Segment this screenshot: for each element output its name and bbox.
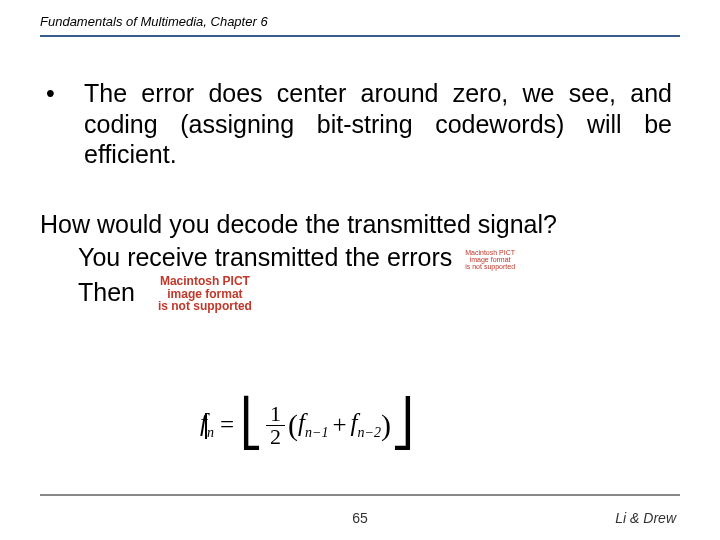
fraction-numerator: 1 [266,403,285,426]
formula-term2: fn−2 [351,409,381,441]
pict-error-icon: Macintosh PICT image format is not suppo… [465,249,515,271]
equals-sign: = [220,411,234,439]
formula: fn = ⎣ 1 2 ( fn−1 + fn−2 ) ⎦ [200,398,414,452]
formula-term1-sub: n−1 [305,425,328,440]
plus-sign: + [332,411,346,439]
formula-term1-var: f [298,409,305,436]
right-floor-bracket-icon: ⎦ [391,396,414,450]
pict-error-icon: Macintosh PICT image format is not suppo… [158,275,252,313]
chapter-header-text: Fundamentals of Multimedia, Chapter 6 [40,14,268,29]
bullet-marker: • [40,78,84,170]
slide: Fundamentals of Multimedia, Chapter 6 • … [0,0,720,540]
fraction-denominator: 2 [266,426,285,448]
formula-term1: fn−1 [298,409,328,441]
chapter-header: Fundamentals of Multimedia, Chapter 6 [40,14,680,37]
authors: Li & Drew [615,510,676,526]
question-line-1: How would you decode the transmitted sig… [40,208,672,242]
strike-icon [205,413,207,439]
question-line-3-text: Then [78,278,135,306]
left-floor-bracket-icon: ⎣ [240,396,263,450]
slide-body: • The error does center around zero, we … [40,78,672,313]
page-number: 65 [0,510,720,526]
question-line-2: You receive transmitted the errors Macin… [78,241,672,275]
left-paren-icon: ( [288,408,298,442]
bullet-text: The error does center around zero, we se… [84,78,672,170]
formula-lhs-sub: n [207,425,214,440]
question-block: How would you decode the transmitted sig… [40,208,672,313]
right-paren-icon: ) [381,408,391,442]
formula-lhs: fn [200,409,214,441]
question-line-2-text: You receive transmitted the errors [78,243,452,271]
formula-term2-sub: n−2 [358,425,381,440]
question-line-3: Then Macintosh PICT image format is not … [78,275,672,313]
formula-term2-var: f [351,409,358,436]
footer-rule [40,494,680,496]
bullet-item: • The error does center around zero, we … [40,78,672,170]
fraction: 1 2 [266,403,285,448]
